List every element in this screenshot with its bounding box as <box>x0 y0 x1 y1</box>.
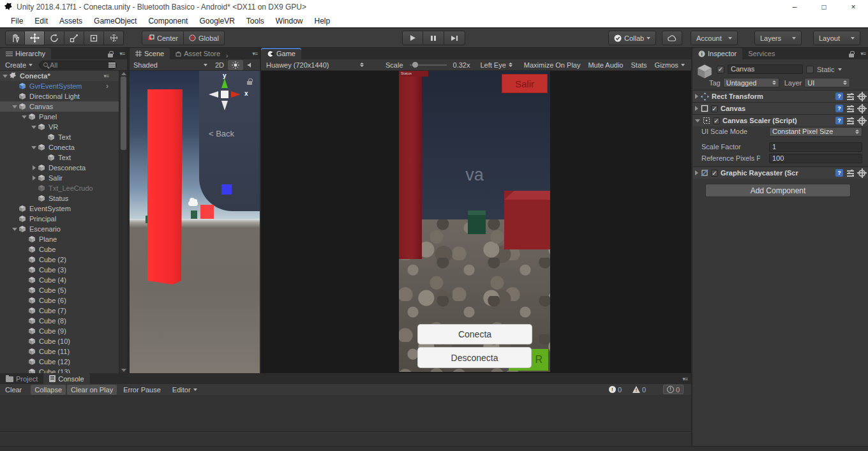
help-icon[interactable]: ? <box>835 92 843 100</box>
canvas-scaler-enabled-checkbox[interactable]: ✓ <box>713 117 720 124</box>
pane-menu-icon[interactable]: ▾≡ <box>252 50 257 57</box>
menu-assets[interactable]: Assets <box>54 17 88 26</box>
hierarchy-item-cube-8[interactable]: Cube (8) <box>0 316 119 326</box>
hierarchy-item-conecta[interactable]: Conecta*▾≡ <box>0 71 119 81</box>
hierarchy-item-gvreventsystem[interactable]: GvrEventSystem› <box>0 81 119 91</box>
hierarchy-item-cube-11[interactable]: Cube (11) <box>0 346 119 357</box>
stats-toggle[interactable]: Stats <box>627 60 651 70</box>
editor-dropdown[interactable]: Editor <box>168 385 201 395</box>
hierarchy-scrollbar[interactable] <box>119 71 127 373</box>
hierarchy-item-cube-5[interactable]: Cube (5) <box>0 285 119 295</box>
create-button[interactable]: Create <box>1 60 36 70</box>
rotation-global-button[interactable]: Global <box>184 31 225 45</box>
axis-gizmo[interactable] <box>205 75 244 114</box>
rotate-tool-icon[interactable] <box>45 31 64 45</box>
hierarchy-item-cube-7[interactable]: Cube (7) <box>0 306 119 316</box>
foldout-arrow[interactable] <box>33 175 36 181</box>
gear-icon[interactable] <box>858 117 865 124</box>
hierarchy-item-cube-6[interactable]: Cube (6) <box>0 295 119 306</box>
menu-component[interactable]: Component <box>142 17 193 26</box>
hierarchy-item-cube-10[interactable]: Cube (10) <box>0 336 119 346</box>
desconecta-button[interactable]: Desconecta <box>418 348 531 367</box>
2d-toggle[interactable]: 2D <box>211 60 228 70</box>
scale-slider[interactable] <box>410 64 447 66</box>
hierarchy-item-panel[interactable]: Panel <box>0 112 119 122</box>
warning-count-toggle[interactable]: ! 0 <box>629 385 649 394</box>
foldout-arrow[interactable] <box>22 115 27 119</box>
sort-icon[interactable] <box>108 62 116 68</box>
hierarchy-item-conecta[interactable]: Conecta <box>0 142 119 152</box>
view-direction-label[interactable]: < Back <box>209 129 234 138</box>
pane-menu-icon[interactable]: ▾≡ <box>682 376 687 382</box>
hierarchy-item-text[interactable]: Text <box>0 132 119 142</box>
scale-slider-knob[interactable] <box>412 62 418 68</box>
gear-icon[interactable] <box>858 93 865 100</box>
graphic-raycaster-enabled-checkbox[interactable]: ✓ <box>711 170 718 177</box>
step-button[interactable] <box>444 31 465 45</box>
preset-icon[interactable] <box>847 105 855 112</box>
hierarchy-item-txt-leecrudo[interactable]: Txt_LeeCrudo <box>0 183 119 193</box>
tab-services[interactable]: Services <box>742 48 781 59</box>
hierarchy-item-salir[interactable]: Salir <box>0 173 119 183</box>
hierarchy-item-cube[interactable]: Cube <box>0 244 119 255</box>
hierarchy-item-cube-2[interactable]: Cube (2) <box>0 255 119 265</box>
component-canvas-scaler[interactable]: ✓ Canvas Scaler (Script) ? <box>692 114 868 126</box>
tab-game[interactable]: Game <box>261 48 301 59</box>
error-pause-toggle[interactable]: Error Pause <box>119 385 165 395</box>
console-detail-area[interactable] <box>0 433 691 446</box>
move-tool-icon[interactable] <box>25 31 45 45</box>
clear-button[interactable]: Clear <box>1 385 26 395</box>
preset-icon[interactable] <box>847 92 855 100</box>
scale-tool-icon[interactable] <box>64 31 84 45</box>
mute-audio-toggle[interactable]: Mute Audio <box>584 60 627 70</box>
menu-googlevr[interactable]: GoogleVR <box>193 17 240 26</box>
conecta-button[interactable]: Conecta <box>418 325 532 344</box>
lock-icon[interactable] <box>108 54 113 57</box>
hierarchy-item-status[interactable]: Status <box>0 193 119 203</box>
hierarchy-item-vr[interactable]: VR <box>0 122 119 132</box>
foldout-arrow[interactable] <box>31 146 36 149</box>
foldout-arrow[interactable] <box>12 228 17 231</box>
search-input[interactable]: All <box>39 61 117 70</box>
component-graphic-raycaster[interactable]: ✓ Graphic Raycaster (Scr ? <box>692 166 868 179</box>
tab-scroll-arrow[interactable]: › <box>226 52 228 59</box>
tab-asset-store[interactable]: Asset Store <box>170 48 226 59</box>
hierarchy-item-principal[interactable]: Principal <box>0 214 119 224</box>
tab-console[interactable]: Console <box>43 373 89 384</box>
menu-gameobject[interactable]: GameObject <box>88 17 142 26</box>
pause-button[interactable] <box>423 31 444 45</box>
canvas-enabled-checkbox[interactable]: ✓ <box>711 105 718 112</box>
tab-project[interactable]: Project <box>0 373 43 384</box>
layout-dropdown[interactable]: Layout <box>813 31 860 45</box>
pane-menu-icon[interactable]: ▾≡ <box>119 50 124 57</box>
reference-pixels-field[interactable]: 100 <box>769 154 862 163</box>
maximize-on-play-toggle[interactable]: Maximize On Play <box>520 60 585 70</box>
rect-tool-icon[interactable] <box>84 31 104 45</box>
hierarchy-item-eventsystem[interactable]: EventSystem <box>0 203 119 214</box>
hierarchy-item-cube-4[interactable]: Cube (4) <box>0 275 119 285</box>
prefab-open-arrow[interactable]: › <box>106 82 108 91</box>
foldout-arrow[interactable] <box>33 165 36 170</box>
aspect-dropdown[interactable]: Huawey (720x1440) <box>262 60 368 70</box>
hierarchy-item-text[interactable]: Text <box>0 152 119 163</box>
play-button[interactable] <box>402 31 423 45</box>
close-icon[interactable]: × <box>839 0 868 14</box>
foldout-arrow[interactable] <box>12 105 17 108</box>
help-icon[interactable]: ? <box>835 105 843 112</box>
log-count-toggle[interactable]: ! 0 <box>606 385 625 394</box>
error-count-toggle[interactable]: ! 0 <box>663 385 684 394</box>
maximize-icon[interactable]: □ <box>809 0 839 14</box>
hierarchy-item-escenario[interactable]: Escenario <box>0 224 119 234</box>
layer-dropdown[interactable]: UI <box>804 78 850 87</box>
tab-scene[interactable]: Scene <box>130 48 170 59</box>
component-canvas[interactable]: ✓ Canvas ? <box>692 102 868 114</box>
hierarchy-item-cube-13[interactable]: Cube (13) <box>0 367 119 373</box>
hand-tool-icon[interactable] <box>5 31 25 45</box>
active-checkbox[interactable]: ✓ <box>717 66 724 73</box>
tag-dropdown[interactable]: Untagged <box>723 78 779 87</box>
gizmo-lock-icon[interactable] <box>247 81 252 85</box>
menu-window[interactable]: Window <box>270 17 309 26</box>
minimize-icon[interactable]: – <box>780 0 809 14</box>
gizmos-dropdown[interactable]: Gizmos <box>651 60 689 70</box>
clear-on-play-toggle[interactable]: Clear on Play <box>67 385 117 395</box>
